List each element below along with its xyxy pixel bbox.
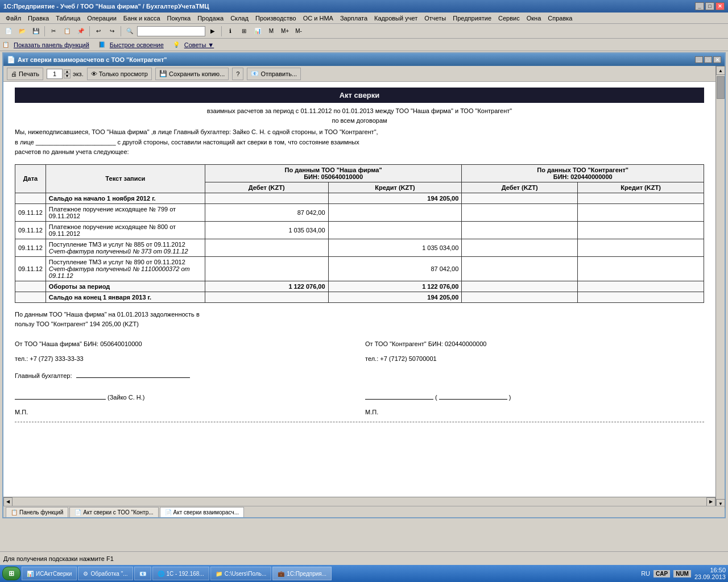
table-row-credit_ours-6: 194 205,00 bbox=[328, 292, 462, 302]
taskbar-users[interactable]: 📁 C:\Users\Поль... bbox=[210, 567, 272, 580]
send-button[interactable]: 📧 Отправить... bbox=[247, 68, 301, 80]
view-only-button[interactable]: 👁 Только просмотр bbox=[87, 68, 152, 80]
menu-bank[interactable]: Банк и касса bbox=[120, 14, 164, 23]
table-row-debit_ours-0 bbox=[205, 193, 328, 203]
extra-btn4[interactable]: M+ bbox=[279, 25, 291, 38]
menu-table[interactable]: Таблица bbox=[52, 14, 84, 23]
left-underline bbox=[15, 399, 106, 400]
count-down-button[interactable]: ▼ bbox=[64, 74, 71, 78]
tab-bar: 📋 Панель функций 📄 Акт сверки с ТОО "Кон… bbox=[3, 506, 725, 517]
tips-button[interactable]: Советы ▼ bbox=[184, 41, 214, 48]
start-button[interactable]: ⊞ bbox=[2, 567, 20, 580]
menu-file[interactable]: Файл bbox=[2, 14, 24, 23]
taskbar-isact[interactable]: 📊 ИСАктСверки bbox=[22, 567, 77, 580]
undo-button[interactable]: ↩ bbox=[92, 25, 105, 38]
maximize-button[interactable]: □ bbox=[705, 2, 714, 10]
scroll-up-button[interactable]: ▲ bbox=[716, 66, 725, 75]
redo-button[interactable]: ↪ bbox=[106, 25, 118, 38]
extra-btn5[interactable]: M- bbox=[292, 25, 305, 38]
copies-input[interactable] bbox=[47, 69, 63, 79]
show-panel-button[interactable]: Показать панель функций bbox=[14, 41, 89, 48]
send-label: Отправить... bbox=[260, 70, 297, 77]
menu-edit[interactable]: Правка bbox=[24, 14, 52, 23]
h-scroll-track[interactable] bbox=[13, 497, 706, 506]
tab-act-sverki[interactable]: 📄 Акт сверки взаиморасч... bbox=[160, 507, 245, 517]
menu-sales[interactable]: Продажа bbox=[194, 14, 227, 23]
taskbar-1c-remote-icon: 🌐 bbox=[158, 571, 164, 577]
sig-left-tel: тел.: +7 (727) 333-33-33 bbox=[15, 352, 354, 365]
quick-learn-button[interactable]: Быстрое освоение bbox=[110, 41, 164, 48]
extra-btn2[interactable]: 📊 bbox=[251, 25, 264, 38]
scroll-track[interactable] bbox=[716, 75, 725, 499]
doc-content: Акт сверки взаимных расчетов за период с… bbox=[3, 82, 715, 508]
menu-help[interactable]: Справка bbox=[544, 14, 576, 23]
table-row-debit_ours-5: 1 122 076,00 bbox=[205, 281, 328, 292]
count-up-button[interactable]: ▲ bbox=[64, 69, 71, 74]
tab-act-kontr[interactable]: 📄 Акт сверки с ТОО "Контр... bbox=[69, 507, 158, 517]
taskbar-obrabotka[interactable]: ⚙ Обработка "... bbox=[78, 567, 133, 580]
start-icon: ⊞ bbox=[9, 569, 14, 577]
menu-hr[interactable]: Кадровый учет bbox=[371, 14, 421, 23]
open-button[interactable]: 📂 bbox=[16, 25, 28, 38]
mp-row: М.П. М.П. bbox=[15, 406, 704, 418]
menu-service[interactable]: Сервис bbox=[495, 14, 523, 23]
taskbar-email[interactable]: 📧 bbox=[134, 567, 151, 580]
minimize-button[interactable]: _ bbox=[695, 2, 704, 10]
taskbar-1c-main[interactable]: 💼 1С:Предприя... bbox=[272, 567, 332, 580]
menu-purchase[interactable]: Покупка bbox=[164, 14, 195, 23]
sig-right-company: От ТОО "Контрагент" БИН: 020440000000 bbox=[354, 338, 704, 350]
search-input[interactable] bbox=[137, 26, 205, 36]
save-toolbar-button[interactable]: 💾 bbox=[30, 25, 42, 38]
v-scrollbar[interactable]: ▲ ▼ bbox=[715, 66, 725, 508]
col-date-header: Дата bbox=[15, 164, 46, 193]
menu-warehouse[interactable]: Склад bbox=[227, 14, 252, 23]
taskbar: ⊞ 📊 ИСАктСверки ⚙ Обработка "... 📧 🌐 1С … bbox=[0, 565, 728, 582]
scroll-right-button[interactable]: ▶ bbox=[706, 497, 715, 506]
table-row-credit_theirs-6 bbox=[578, 292, 704, 302]
separator-1 bbox=[44, 26, 45, 36]
save-copy-button[interactable]: 💾 Сохранить копию... bbox=[155, 68, 229, 80]
info-button[interactable]: ℹ bbox=[224, 25, 237, 38]
doc-close-button[interactable]: ✕ bbox=[713, 56, 721, 63]
help-label: ? bbox=[236, 70, 239, 77]
taskbar-1c-remote[interactable]: 🌐 1С - 192.168... bbox=[152, 567, 209, 580]
cut-button[interactable]: ✂ bbox=[47, 25, 60, 38]
taskbar-right: RU CAP NUM 16:50 23.09.2013 bbox=[641, 567, 726, 580]
doc-minimize-button[interactable]: _ bbox=[695, 56, 703, 63]
table-row-debit_theirs-3 bbox=[462, 239, 578, 256]
menu-reports[interactable]: Отчеты bbox=[421, 14, 449, 23]
doc-restore-button[interactable]: □ bbox=[704, 56, 712, 63]
menu-production[interactable]: Производство bbox=[252, 14, 300, 23]
act-intro: Мы, нижеподписавшиеся, ТОО "Наша фирма" … bbox=[15, 127, 704, 157]
menu-windows[interactable]: Окна bbox=[523, 14, 545, 23]
table-row-date-3: 09.11.12 bbox=[15, 239, 46, 256]
scroll-left-button[interactable]: ◀ bbox=[3, 497, 13, 506]
paste-button[interactable]: 📌 bbox=[75, 25, 87, 38]
extra-btn3[interactable]: M bbox=[265, 25, 278, 38]
extra-btn1[interactable]: ⊞ bbox=[238, 25, 250, 38]
table-row-debit_ours-2: 1 035 034,00 bbox=[205, 221, 328, 239]
h-scrollbar[interactable]: ◀ ▶ bbox=[3, 497, 715, 506]
table-row-date-0 bbox=[15, 193, 46, 203]
table-row-debit_ours-3 bbox=[205, 239, 328, 256]
tab-panel[interactable]: 📋 Панель функций bbox=[6, 507, 68, 517]
menu-operations[interactable]: Операции bbox=[84, 14, 119, 23]
print-button[interactable]: 🖨 Печать bbox=[7, 68, 43, 80]
copy-button[interactable]: 📋 bbox=[61, 25, 73, 38]
menu-assets[interactable]: ОС и НМА bbox=[300, 14, 337, 23]
new-button[interactable]: 📄 bbox=[2, 25, 15, 38]
scroll-thumb[interactable] bbox=[717, 76, 725, 99]
signature-area: От ТОО "Наша фирма" БИН: 050640010000 От… bbox=[15, 338, 704, 422]
col-credit-ours: Кредит (KZT) bbox=[328, 182, 462, 193]
table-row-credit_ours-1 bbox=[328, 203, 462, 221]
help-doc-button[interactable]: ? bbox=[232, 68, 243, 80]
search-toolbar-button[interactable]: 🔍 bbox=[123, 25, 136, 38]
close-button[interactable]: ✕ bbox=[715, 2, 725, 10]
menu-salary[interactable]: Зарплата bbox=[337, 14, 371, 23]
doc-title-text: Акт сверки взаиморасчетов с ТОО "Контраг… bbox=[18, 56, 695, 63]
table-row-debit_theirs-5 bbox=[462, 281, 578, 292]
tab-panel-icon: 📋 bbox=[11, 509, 18, 516]
menu-enterprise[interactable]: Предприятие bbox=[449, 14, 495, 23]
search-go-button[interactable]: ▶ bbox=[206, 25, 219, 38]
taskbar-obrabotka-icon: ⚙ bbox=[83, 571, 88, 577]
